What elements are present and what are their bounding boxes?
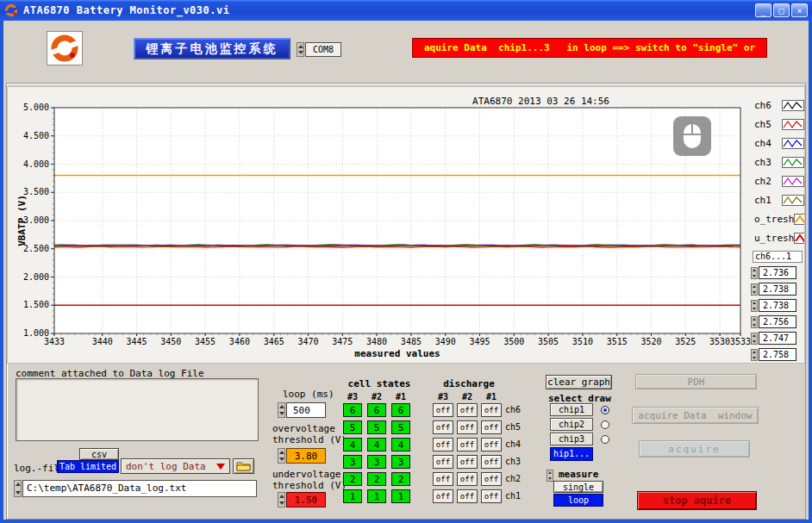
discharge-toggle[interactable]: off: [481, 403, 502, 417]
app-icon: [4, 3, 18, 17]
tab-limited-button[interactable]: Tab limited: [57, 460, 119, 473]
discharge-toggle[interactable]: off: [457, 455, 478, 469]
svg-text:1.000: 1.000: [23, 328, 49, 338]
cell-states-grid: 666555444333222111: [343, 403, 410, 503]
svg-text:4.000: 4.000: [23, 159, 49, 169]
close-button[interactable]: ×: [791, 3, 808, 17]
channel-value-row: 2.736: [751, 266, 796, 279]
chip-radio[interactable]: [601, 435, 609, 444]
chip-button-hip1[interactable]: hip1...: [550, 447, 593, 461]
discharge-toggle[interactable]: off: [457, 403, 478, 417]
legend-item-u_tresh[interactable]: u_tresh: [754, 230, 804, 246]
legend-item-ch4[interactable]: ch4: [754, 135, 804, 151]
measure-single-button[interactable]: single: [553, 481, 603, 493]
clear-graph-button[interactable]: clear graph: [546, 375, 612, 389]
svg-text:3475: 3475: [332, 337, 353, 346]
undervoltage-value[interactable]: 1.50: [286, 492, 326, 507]
log-mode-dropdown[interactable]: don't log Data: [121, 458, 230, 474]
undervoltage-spinner[interactable]: [278, 492, 285, 507]
discharge-toggle[interactable]: off: [433, 403, 453, 417]
com-port-spinner[interactable]: [297, 42, 304, 57]
measure-loop-button[interactable]: loop: [553, 494, 603, 507]
chart-xlabel: measured values: [354, 348, 440, 358]
window-border-right: [809, 21, 812, 523]
chart-panel: 3433344034453450345534603465347034753480…: [7, 86, 805, 364]
legend-item-ch6[interactable]: ch6: [754, 97, 804, 113]
legend-item-ch1[interactable]: ch1: [754, 192, 804, 208]
comment-input[interactable]: [16, 378, 259, 441]
loop-ms-value[interactable]: 500: [286, 402, 326, 418]
discharge-grid: offoffoffch6offoffoffch5offoffoffch4offo…: [433, 403, 529, 503]
chip-radio[interactable]: [601, 406, 609, 414]
discharge-toggle[interactable]: off: [433, 472, 453, 486]
discharge-toggle[interactable]: off: [433, 420, 453, 434]
cell-state-indicator: 4: [391, 438, 410, 451]
discharge-toggle[interactable]: off: [457, 472, 478, 486]
cell-states-col-header: #3: [343, 392, 362, 402]
cell-state-indicator: 1: [343, 489, 362, 503]
browse-folder-button[interactable]: [233, 458, 254, 474]
discharge-toggle[interactable]: off: [433, 438, 453, 451]
chip-button-chip2[interactable]: chip2: [550, 418, 593, 431]
pdh-button[interactable]: PDH: [635, 374, 757, 389]
log-file-path[interactable]: C:\temp\ATA6870_Data_log.txt: [22, 480, 257, 497]
legend-item-ch2[interactable]: ch2: [754, 173, 804, 189]
legend-item-ch3[interactable]: ch3: [754, 154, 804, 170]
channel-value-row: 2.756: [751, 315, 796, 328]
value-spinner[interactable]: [751, 283, 758, 296]
path-spinner[interactable]: [14, 480, 22, 497]
legend-label: ch1: [754, 195, 771, 206]
discharge-title: discharge: [429, 378, 509, 389]
value-spinner[interactable]: [751, 333, 758, 345]
discharge-channel-label: ch5: [505, 420, 529, 434]
discharge-toggle[interactable]: off: [481, 420, 502, 434]
system-title-button[interactable]: 锂离子电池监控系统: [134, 38, 290, 59]
chip-button-chip1[interactable]: chip1: [550, 403, 593, 416]
loop-ms-spinner[interactable]: [278, 402, 285, 418]
channel-value-row: 2.738: [751, 299, 796, 312]
minimize-button[interactable]: _: [755, 3, 771, 17]
maximize-button[interactable]: □: [773, 3, 790, 17]
acquire-button[interactable]: acquire: [639, 440, 750, 458]
value-spinner[interactable]: [751, 316, 758, 328]
com-port-select[interactable]: COM8: [305, 42, 341, 57]
cell-state-indicator: 3: [343, 455, 362, 469]
legend-line-icon: [794, 214, 804, 225]
chip-radio[interactable]: [601, 420, 609, 429]
value-spinner[interactable]: [751, 349, 758, 361]
acquire-data-window-button[interactable]: acquire Data window: [632, 407, 759, 424]
svg-text:5.000: 5.000: [23, 103, 49, 112]
measure-spinner[interactable]: [547, 470, 553, 482]
svg-text:3445: 3445: [126, 337, 147, 346]
discharge-toggle[interactable]: off: [457, 438, 478, 451]
channel-value-row: 2.758: [751, 348, 796, 361]
discharge-toggle[interactable]: off: [433, 455, 453, 469]
svg-text:3530: 3530: [709, 337, 730, 346]
log-file-label: log.-fil: [14, 463, 59, 474]
discharge-toggle[interactable]: off: [481, 489, 502, 503]
legend-item-ch5[interactable]: ch5: [754, 116, 804, 132]
discharge-toggle[interactable]: off: [433, 489, 453, 503]
overvoltage-spinner[interactable]: [278, 448, 285, 464]
undervoltage-label-2: threshold (V): [272, 480, 347, 491]
discharge-toggle[interactable]: off: [481, 455, 502, 469]
discharge-toggle[interactable]: off: [481, 438, 502, 451]
svg-text:3485: 3485: [401, 337, 422, 346]
channel-values: 2.7362.7382.7382.7562.7472.758: [751, 266, 796, 361]
csv-tab-button[interactable]: csv: [79, 448, 119, 460]
legend-item-o_tresh[interactable]: o_tresh: [754, 211, 804, 227]
discharge-toggle[interactable]: off: [457, 420, 478, 434]
svg-text:3470: 3470: [297, 337, 318, 346]
waveform-chart[interactable]: 3433344034453450345534603465347034753480…: [13, 92, 758, 358]
channel-value-display: 2.756: [759, 315, 796, 328]
stop-acquire-button[interactable]: stop aquire: [637, 491, 757, 510]
discharge-toggle[interactable]: off: [481, 472, 502, 486]
loop-ms-label: loop (ms): [283, 389, 334, 400]
value-spinner[interactable]: [751, 267, 758, 279]
chip-button-chip3[interactable]: chip3: [550, 433, 593, 445]
value-spinner[interactable]: [751, 300, 758, 312]
title-bar[interactable]: ATA6870 Battery Monitor_v030.vi _ □ ×: [0, 0, 812, 21]
overvoltage-value[interactable]: 3.80: [286, 448, 326, 464]
discharge-channel-label: ch6: [505, 403, 529, 417]
discharge-toggle[interactable]: off: [457, 489, 478, 503]
